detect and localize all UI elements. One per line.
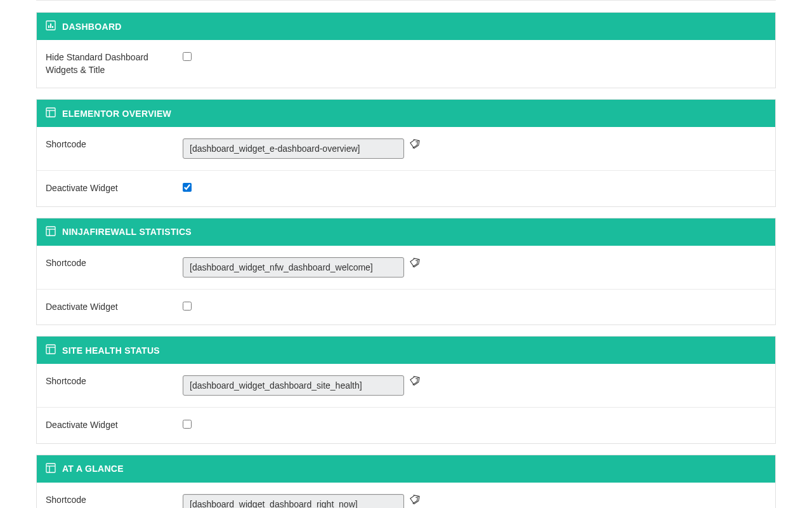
tag-icon[interactable]	[409, 138, 421, 150]
svg-rect-8	[46, 227, 55, 236]
row-shortcode: Shortcode	[37, 364, 775, 407]
panel-title: SITE HEALTH STATUS	[62, 345, 160, 356]
row-shortcode: Shortcode	[37, 246, 775, 289]
svg-rect-4	[46, 108, 55, 117]
layout-icon	[46, 344, 56, 356]
deactivate-checkbox[interactable]	[183, 420, 192, 429]
panel-title: ELEMENTOR OVERVIEW	[62, 109, 171, 119]
tag-icon[interactable]	[409, 375, 421, 387]
row-deactivate: Deactivate Widget	[37, 170, 775, 206]
svg-point-15	[416, 378, 417, 380]
shortcode-label: Shortcode	[46, 375, 183, 388]
panel-elementor-overview: ELEMENTOR OVERVIEW Shortcode Deactivate …	[36, 99, 776, 207]
shortcode-input[interactable]	[183, 494, 404, 508]
svg-rect-3	[52, 26, 53, 28]
panel-title: AT A GLANCE	[62, 464, 124, 474]
panel-header-elementor: ELEMENTOR OVERVIEW	[37, 100, 775, 127]
shortcode-input[interactable]	[183, 138, 404, 159]
row-shortcode: Shortcode	[37, 127, 775, 170]
tag-icon[interactable]	[409, 494, 421, 505]
svg-rect-2	[50, 23, 51, 28]
panel-site-health: SITE HEALTH STATUS Shortcode Deactivate …	[36, 336, 776, 444]
hide-widgets-label: Hide Standard Dashboard Widgets & Title	[46, 51, 183, 76]
deactivate-label: Deactivate Widget	[46, 301, 183, 314]
svg-point-7	[416, 142, 417, 143]
panel-title: NINJAFIREWALL STATISTICS	[62, 227, 192, 237]
panel-ninjafirewall: NINJAFIREWALL STATISTICS Shortcode Deact…	[36, 218, 776, 326]
shortcode-label: Shortcode	[46, 138, 183, 151]
svg-point-11	[416, 260, 417, 261]
hide-widgets-checkbox[interactable]	[183, 52, 192, 61]
panel-header-at-a-glance: AT A GLANCE	[37, 455, 775, 483]
shortcode-label: Shortcode	[46, 494, 183, 507]
panel-header-dashboard: DASHBOARD	[37, 13, 775, 40]
deactivate-checkbox[interactable]	[183, 183, 192, 192]
row-hide-widgets: Hide Standard Dashboard Widgets & Title	[37, 40, 775, 88]
chart-bar-icon	[46, 20, 56, 32]
layout-icon	[46, 107, 56, 119]
deactivate-label: Deactivate Widget	[46, 419, 183, 432]
svg-point-19	[416, 497, 417, 498]
deactivate-label: Deactivate Widget	[46, 182, 183, 195]
panel-at-a-glance: AT A GLANCE Shortcode	[36, 455, 776, 508]
layout-icon	[46, 226, 56, 238]
row-deactivate: Deactivate Widget	[37, 407, 775, 443]
divider	[36, 0, 776, 1]
panel-title: DASHBOARD	[62, 22, 122, 32]
panel-header-site-health: SITE HEALTH STATUS	[37, 337, 775, 364]
layout-icon	[46, 463, 56, 475]
row-deactivate: Deactivate Widget	[37, 289, 775, 325]
svg-rect-16	[46, 464, 55, 472]
row-shortcode: Shortcode	[37, 483, 775, 508]
shortcode-input[interactable]	[183, 257, 404, 277]
svg-rect-12	[46, 345, 55, 354]
panel-header-ninjafirewall: NINJAFIREWALL STATISTICS	[37, 218, 775, 246]
shortcode-label: Shortcode	[46, 257, 183, 270]
shortcode-input[interactable]	[183, 375, 404, 396]
deactivate-checkbox[interactable]	[183, 302, 192, 311]
tag-icon[interactable]	[409, 257, 421, 269]
panel-dashboard: DASHBOARD Hide Standard Dashboard Widget…	[36, 12, 776, 88]
svg-rect-1	[48, 25, 49, 28]
